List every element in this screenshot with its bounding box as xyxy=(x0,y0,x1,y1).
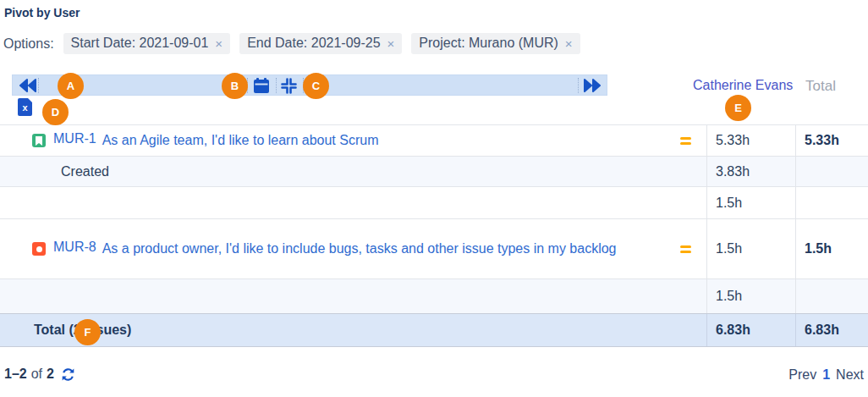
user-hours-cell: 1.5h xyxy=(706,219,795,278)
total-hours-cell: 1.5h xyxy=(795,219,868,278)
bug-type-icon xyxy=(32,242,46,256)
user-hours-cell: 5.33h xyxy=(706,125,795,156)
filter-chip-label: Start Date: 2021-09-01 xyxy=(71,36,209,51)
toolbar-separator xyxy=(276,78,277,93)
pivot-report: Pivot by User Options: Start Date: 2021-… xyxy=(0,0,868,397)
annotation-badge-a: A xyxy=(58,73,84,99)
calendar-icon xyxy=(253,78,270,94)
filter-chip-label: End Date: 2021-09-25 xyxy=(247,36,380,51)
next-period-button[interactable] xyxy=(583,79,602,92)
collapse-columns-button[interactable] xyxy=(280,77,298,95)
user-hours-cell: 1.5h xyxy=(706,187,795,218)
previous-period-button[interactable] xyxy=(19,79,37,92)
issue-key-link[interactable]: MUR-1 xyxy=(53,131,96,146)
options-bar: Options: Start Date: 2021-09-01 × End Da… xyxy=(3,33,580,54)
filter-chip-start-date: Start Date: 2021-09-01 × xyxy=(63,33,231,54)
results-range: 1–2 xyxy=(4,367,27,382)
pagination-bar: Prev 1 Next xyxy=(788,367,864,383)
toolbar-separator xyxy=(38,78,39,93)
annotation-badge-c: C xyxy=(303,73,329,99)
collapse-icon xyxy=(280,77,298,95)
page-title: Pivot by User xyxy=(4,6,80,19)
table-row-total: Total (2 issues) 6.83h 6.83h xyxy=(0,313,868,347)
results-total: 2 xyxy=(47,367,54,382)
table-row-breakdown: 1.5h xyxy=(0,187,868,219)
double-chevron-left-icon xyxy=(19,79,37,92)
results-count-bar: 1–2 of 2 xyxy=(4,367,75,382)
column-header-user[interactable]: Catherine Evans xyxy=(693,78,793,93)
calendar-period-button[interactable] xyxy=(253,78,270,94)
remove-filter-icon[interactable]: × xyxy=(387,37,395,50)
issue-key-link[interactable]: MUR-8 xyxy=(53,240,96,255)
user-hours-cell: 3.83h xyxy=(706,157,795,186)
issue-summary-link[interactable]: As an Agile team, I'd like to learn abou… xyxy=(102,131,379,150)
annotation-badge-b: B xyxy=(222,73,248,99)
results-of-label: of xyxy=(31,367,42,382)
export-excel-button[interactable]: x xyxy=(18,98,32,116)
user-hours-total-cell: 6.83h xyxy=(706,314,795,346)
column-header-total: Total xyxy=(805,78,836,95)
table-row-issue: MUR-8 As a product owner, I'd like to in… xyxy=(0,219,868,279)
breakdown-label: Created xyxy=(0,164,109,179)
total-hours-cell: 5.33h xyxy=(795,125,868,156)
toolbar-separator xyxy=(578,78,579,93)
story-type-icon xyxy=(32,134,46,147)
total-hours-cell xyxy=(795,157,868,186)
user-hours-cell: 1.5h xyxy=(706,279,795,313)
grand-total-cell: 6.83h xyxy=(795,314,868,346)
priority-medium-icon xyxy=(680,137,691,145)
next-page-link[interactable]: Next xyxy=(836,367,864,383)
issue-summary-link[interactable]: As a product owner, I'd like to include … xyxy=(102,240,617,258)
annotation-badge-d: D xyxy=(42,99,69,125)
prev-page-link[interactable]: Prev xyxy=(788,367,816,383)
annotation-badge-e: E xyxy=(725,95,751,121)
pivot-table: MUR-1 As an Agile team, I'd like to lear… xyxy=(0,124,868,347)
filter-chip-label: Project: Murano (MUR) xyxy=(419,36,558,51)
filter-chip-end-date: End Date: 2021-09-25 × xyxy=(239,33,402,54)
total-hours-cell xyxy=(795,187,868,218)
refresh-button[interactable] xyxy=(61,367,75,382)
priority-medium-icon xyxy=(680,245,691,253)
current-page-number[interactable]: 1 xyxy=(822,367,830,383)
annotation-badge-f: F xyxy=(74,319,101,345)
remove-filter-icon[interactable]: × xyxy=(215,37,222,50)
table-row-breakdown: 1.5h xyxy=(0,279,868,313)
filter-chip-project: Project: Murano (MUR) × xyxy=(411,33,580,54)
table-row-issue: MUR-1 As an Agile team, I'd like to lear… xyxy=(0,125,868,157)
table-row-breakdown: Created 3.83h xyxy=(0,157,868,187)
double-chevron-right-icon xyxy=(583,79,602,92)
options-label: Options: xyxy=(3,36,54,52)
remove-filter-icon[interactable]: × xyxy=(565,37,573,50)
refresh-icon xyxy=(61,367,75,382)
total-hours-cell xyxy=(795,279,868,313)
excel-icon: x xyxy=(22,102,27,113)
